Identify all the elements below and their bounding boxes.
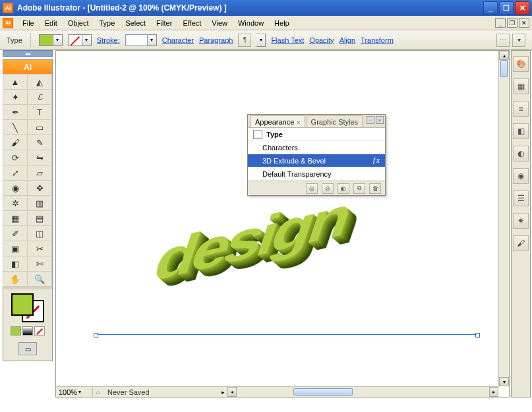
tab-graphic-styles[interactable]: Graphic Styles <box>307 115 363 127</box>
menu-view[interactable]: View <box>206 17 233 29</box>
panel-minimize-icon[interactable]: – <box>367 116 374 124</box>
reduce-to-basic-appearance-icon[interactable]: ◐ <box>338 183 349 194</box>
mesh-tool-icon[interactable]: ▦ <box>3 210 28 226</box>
flashtext-link[interactable]: Flash Text <box>271 36 304 44</box>
options-overflow-arrow-icon[interactable]: ▾ <box>512 34 525 47</box>
tools-collapse-handle[interactable]: ◂◂ <box>3 50 53 57</box>
scroll-left-arrow-icon[interactable]: ◂ <box>227 387 237 397</box>
stroke-link[interactable]: Stroke: <box>97 36 120 44</box>
vertical-scrollbar[interactable]: ▴ ▾ <box>498 51 509 386</box>
hand-tool-icon[interactable]: ✋ <box>3 271 28 287</box>
magic-wand-tool-icon[interactable]: ✦ <box>3 89 28 105</box>
direct-selection-tool-icon[interactable]: ◭ <box>27 74 52 90</box>
opacity-link[interactable]: Opacity <box>309 36 334 44</box>
color-mode-icon[interactable] <box>11 326 21 336</box>
scissors-tool-icon[interactable]: ✄ <box>27 256 52 272</box>
blend-tool-icon[interactable]: ◫ <box>27 225 52 241</box>
zoom-arrow-icon[interactable]: ▾ <box>78 389 81 395</box>
status-play-icon[interactable]: ▸ <box>218 389 227 396</box>
stroke-dropdown-arrow-icon[interactable]: ▾ <box>82 34 92 46</box>
symbols-panel-icon[interactable]: ✷ <box>513 213 529 229</box>
menu-type[interactable]: Type <box>94 17 121 29</box>
type-tool-icon[interactable]: T <box>27 104 52 120</box>
fill-stroke-indicator[interactable] <box>11 293 44 322</box>
pen-tool-icon[interactable]: ✒ <box>3 104 28 120</box>
align-link[interactable]: Align <box>340 36 355 44</box>
warp-tool-icon[interactable]: ◉ <box>3 180 28 196</box>
live-paint-tool-icon[interactable]: ▣ <box>3 241 28 256</box>
reflect-tool-icon[interactable]: ⇋ <box>27 150 52 165</box>
menu-edit[interactable]: Edit <box>40 17 63 29</box>
minimize-button[interactable]: _ <box>483 1 498 15</box>
color-panel-icon[interactable]: 🎨 <box>513 56 529 72</box>
paragraph-options-arrow-icon[interactable]: ▾ <box>256 34 266 47</box>
panel-close-icon[interactable]: × <box>376 116 384 124</box>
zoom-display[interactable]: 100% ▾ <box>56 388 93 396</box>
crop-tool-icon[interactable]: ✂ <box>27 241 52 256</box>
zoom-tool-icon[interactable]: 🔍 <box>27 271 52 287</box>
vscroll-thumb[interactable] <box>500 60 508 77</box>
mdi-restore-button[interactable]: ❐ <box>507 18 517 28</box>
mdi-minimize-button[interactable]: _ <box>495 18 506 28</box>
menu-window[interactable]: Window <box>233 17 269 29</box>
appearance-row-default-transparency[interactable]: Default Transparency <box>248 167 385 181</box>
rectangle-tool-icon[interactable]: ▭ <box>27 119 52 135</box>
options-overflow-icon[interactable]: ⋯ <box>496 34 510 47</box>
symbol-sprayer-tool-icon[interactable]: ✲ <box>3 195 28 211</box>
scroll-right-arrow-icon[interactable]: ▸ <box>489 387 498 397</box>
close-button[interactable]: ✕ <box>515 1 529 15</box>
none-mode-icon[interactable] <box>34 326 45 336</box>
line-tool-icon[interactable]: ╲ <box>3 119 28 135</box>
shear-tool-icon[interactable]: ▱ <box>27 165 52 181</box>
hscroll-thumb[interactable] <box>293 388 353 396</box>
duplicate-item-icon[interactable]: ⧉ <box>353 183 365 194</box>
scroll-down-arrow-icon[interactable]: ▾ <box>499 377 509 386</box>
horizontal-scrollbar[interactable]: ◂ ▸ <box>227 386 498 397</box>
clear-appearance-icon[interactable]: ⊘ <box>322 183 334 194</box>
menu-select[interactable]: Select <box>120 17 151 29</box>
menu-help[interactable]: Help <box>269 17 295 29</box>
tab-close-icon[interactable]: × <box>297 119 300 126</box>
pencil-tool-icon[interactable]: ✎ <box>27 134 52 150</box>
menu-effect[interactable]: Effect <box>177 17 206 29</box>
tab-appearance[interactable]: Appearance× <box>251 115 305 127</box>
fill-dropdown-arrow-icon[interactable]: ▾ <box>53 34 63 46</box>
swatches-panel-icon[interactable]: ▦ <box>513 78 529 94</box>
scale-tool-icon[interactable]: ⤢ <box>3 165 28 181</box>
appearance-row-characters[interactable]: Characters <box>248 141 385 154</box>
layers-panel-icon[interactable]: ☰ <box>513 191 529 206</box>
brushes-panel-icon[interactable]: 🖌 <box>513 235 529 251</box>
eraser-tool-icon[interactable]: ◧ <box>3 256 28 272</box>
paintbrush-tool-icon[interactable]: 🖌 <box>3 134 28 150</box>
eyedropper-tool-icon[interactable]: ✐ <box>3 225 28 241</box>
rotate-tool-icon[interactable]: ⟳ <box>3 150 28 165</box>
stroke-weight-input[interactable] <box>125 34 148 46</box>
appearance-row-type[interactable]: Type <box>248 128 385 141</box>
fill-box[interactable] <box>11 293 34 316</box>
paragraph-link[interactable]: Paragraph <box>199 36 233 44</box>
canvas-artwork[interactable]: d e s i g n <box>82 222 478 397</box>
fill-swatch[interactable] <box>39 34 53 46</box>
selection-tool-icon[interactable]: ▲ <box>3 74 28 90</box>
appearance-panel-icon[interactable]: ◉ <box>513 168 529 184</box>
stroke-weight-dropdown-arrow-icon[interactable]: ▾ <box>148 34 157 46</box>
stroke-none-swatch[interactable] <box>68 34 82 46</box>
graph-tool-icon[interactable]: ▥ <box>27 195 52 211</box>
3d-text-object[interactable]: d e s i g n <box>147 187 356 291</box>
lasso-tool-icon[interactable]: 𝓛 <box>27 89 52 105</box>
character-link[interactable]: Character <box>162 36 194 44</box>
menu-filter[interactable]: Filter <box>151 17 177 29</box>
gradient-mode-icon[interactable] <box>22 326 33 336</box>
paragraph-options-icon[interactable]: ¶ <box>238 34 251 47</box>
menu-object[interactable]: Object <box>63 17 94 29</box>
gradient-tool-icon[interactable]: ▤ <box>27 210 52 226</box>
scroll-up-arrow-icon[interactable]: ▴ <box>499 51 509 60</box>
free-transform-tool-icon[interactable]: ✥ <box>27 180 52 196</box>
transform-link[interactable]: Transform <box>361 36 394 44</box>
menu-file[interactable]: File <box>17 17 40 29</box>
gradient-panel-icon[interactable]: ◧ <box>513 123 529 139</box>
transparency-panel-icon[interactable]: ◐ <box>513 146 529 162</box>
appearance-row-3d-extrude-bevel[interactable]: 3D Extrude & Bevel ƒx <box>248 154 385 167</box>
stroke-panel-icon[interactable]: ≡ <box>513 101 529 117</box>
screen-mode-button[interactable]: ▭ <box>18 342 37 355</box>
